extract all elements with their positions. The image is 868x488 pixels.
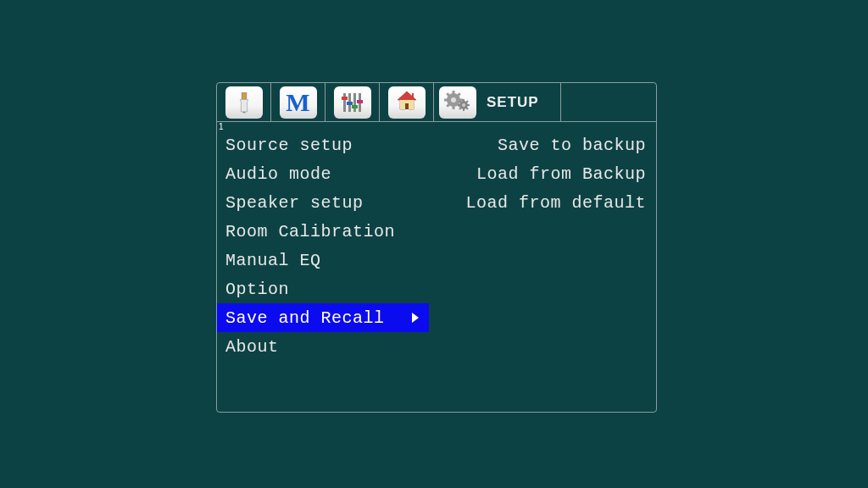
menu-item-label: Load from Backup: [476, 164, 646, 184]
menu-save-and-recall[interactable]: Save and Recall: [217, 303, 429, 332]
svg-point-23: [462, 103, 465, 107]
tab-input[interactable]: [217, 83, 271, 122]
tab-bar: M: [217, 83, 656, 122]
menu-item-label: Option: [225, 280, 289, 299]
submenu-save-to-backup[interactable]: Save to backup: [429, 130, 656, 159]
tab-home[interactable]: [380, 83, 434, 122]
svg-rect-17: [458, 104, 460, 106]
menu-manual-eq[interactable]: Manual EQ: [217, 246, 429, 274]
menu-item-label: Load from default: [465, 193, 646, 213]
house-icon: [388, 86, 426, 119]
tab-mode[interactable]: M: [271, 83, 326, 122]
svg-rect-18: [467, 104, 470, 106]
svg-rect-15: [463, 99, 465, 102]
page-marker: 1: [219, 122, 224, 131]
submenu-load-from-default[interactable]: Load from default: [429, 188, 656, 217]
svg-rect-3: [412, 93, 414, 97]
hdmi-icon: [225, 86, 263, 119]
svg-rect-6: [453, 106, 455, 109]
menu-about[interactable]: About: [217, 332, 429, 361]
menu-item-label: Audio mode: [225, 164, 331, 184]
menu-item-label: Save to backup: [498, 136, 646, 155]
chevron-right-icon: [412, 313, 419, 323]
tab-setup[interactable]: SETUP: [434, 83, 561, 122]
svg-rect-16: [463, 108, 465, 111]
menu-speaker-setup[interactable]: Speaker setup: [217, 188, 429, 217]
m-letter-icon: M: [280, 86, 317, 119]
content-area: 1 Source setup Audio mode Speaker setup …: [217, 122, 656, 412]
svg-rect-2: [405, 103, 409, 109]
menu-item-label: About: [225, 337, 279, 357]
setup-panel: M: [216, 82, 657, 413]
setup-menu-list: Source setup Audio mode Speaker setup Ro…: [217, 122, 429, 412]
menu-item-label: Room Calibration: [225, 222, 395, 241]
menu-item-label: Manual EQ: [225, 251, 321, 270]
svg-rect-0: [242, 92, 247, 99]
svg-point-13: [451, 97, 456, 103]
sliders-icon: [334, 86, 371, 119]
menu-option[interactable]: Option: [217, 274, 429, 303]
menu-room-calibration[interactable]: Room Calibration: [217, 217, 429, 246]
submenu-load-from-backup[interactable]: Load from Backup: [429, 159, 656, 188]
menu-item-label: Speaker setup: [225, 193, 364, 213]
submenu-list: Save to backup Load from Backup Load fro…: [429, 122, 656, 412]
tab-setup-label: SETUP: [487, 94, 539, 111]
svg-rect-5: [453, 91, 455, 94]
svg-rect-7: [444, 98, 448, 101]
menu-source-setup[interactable]: Source setup: [217, 130, 429, 159]
gears-icon: [439, 86, 476, 119]
menu-audio-mode[interactable]: Audio mode: [217, 159, 429, 188]
tab-eq[interactable]: [326, 83, 380, 122]
menu-item-label: Save and Recall: [225, 308, 385, 328]
menu-item-label: Source setup: [225, 136, 353, 155]
